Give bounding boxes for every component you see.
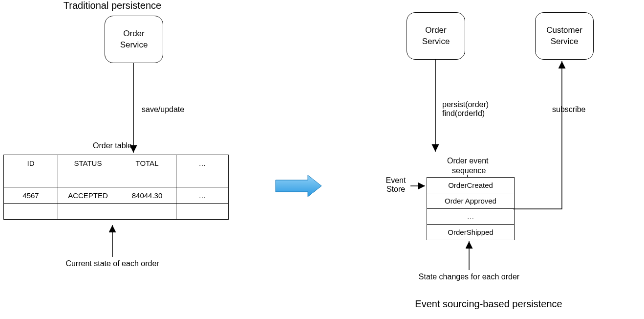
arrows-right bbox=[0, 0, 644, 319]
